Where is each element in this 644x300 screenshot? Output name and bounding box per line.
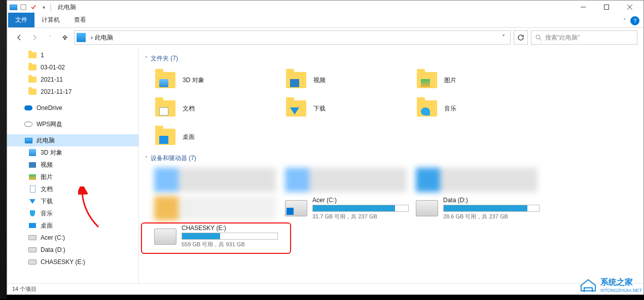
sidebar-item-drive-e[interactable]: CHASESKY (E:): [7, 256, 138, 268]
folders-group: 3D 对象视频图片文档下载音乐桌面: [143, 66, 643, 151]
section-title: 设备和驱动器: [151, 155, 187, 162]
search-icon: [535, 34, 542, 41]
drive-usage-bar: [312, 205, 409, 212]
forward-button[interactable]: [28, 31, 41, 44]
folder-tile[interactable]: 3D 对象: [152, 66, 281, 94]
folder-tile[interactable]: 桌面: [152, 123, 281, 151]
back-button[interactable]: [13, 31, 25, 44]
logo-url: XITONGZHIJIA.NET: [600, 288, 642, 293]
section-devices-header[interactable]: ˅ 设备和驱动器 (7): [143, 151, 643, 166]
folder-icon: [416, 97, 438, 120]
sidebar-item-onedrive[interactable]: OneDrive: [7, 102, 138, 114]
sidebar-item-label: 1: [41, 52, 44, 59]
drive-name: Data (D:): [443, 197, 541, 204]
drive-subtext: 559 GB 可用，共 931 GB: [182, 241, 279, 248]
sidebar-item[interactable]: 2021-11: [7, 73, 138, 86]
body-split: 1 03-01-02 2021-11 2021-11-17 OneDrive W…: [7, 47, 643, 283]
drive-subtext: 31.7 GB 可用，共 237 GB: [312, 213, 410, 220]
folder-label: 3D 对象: [183, 76, 204, 85]
address-icon: [77, 33, 86, 42]
folder-tile[interactable]: 文档: [152, 94, 281, 123]
sidebar-item-label: OneDrive: [37, 104, 62, 111]
logo-brand: 系统之家: [600, 277, 642, 288]
sidebar-item-drive-d[interactable]: Data (D:): [7, 244, 138, 256]
device-blurred[interactable]: [283, 166, 412, 194]
device-blurred[interactable]: [152, 166, 281, 194]
section-count: 7: [172, 55, 176, 62]
window-title: 此电脑: [58, 3, 76, 12]
svg-point-5: [536, 35, 540, 39]
sidebar-item[interactable]: 下载: [7, 195, 138, 207]
drive-acer[interactable]: Acer (C:) 31.7 GB 可用，共 237 GB: [283, 194, 412, 222]
drive-data[interactable]: Data (D:) 28.6 GB 可用，共 237 GB: [414, 194, 543, 222]
drive-chasesky[interactable]: CHASESKY (E:) 559 GB 可用，共 931 GB: [152, 222, 281, 250]
quick-access-toolbar: ▾: [9, 3, 48, 11]
sidebar-item-label: Acer (C:): [41, 234, 65, 241]
sidebar-item[interactable]: 文档: [7, 183, 138, 195]
content-pane[interactable]: ˅ 文件夹 (7) 3D 对象视频图片文档下载音乐桌面 ˅ 设备和驱动器 (7)…: [139, 47, 643, 283]
sidebar-item-drive-c[interactable]: Acer (C:): [7, 232, 138, 244]
drive-name: Acer (C:): [312, 197, 410, 204]
up-button[interactable]: [59, 31, 71, 44]
sidebar-item-label: 2021-11: [41, 76, 63, 83]
maximize-button[interactable]: [595, 1, 618, 14]
desktop-left-strip: [0, 0, 7, 299]
folder-tile[interactable]: 视频: [283, 66, 412, 94]
folder-icon: [416, 69, 438, 91]
sidebar-item[interactable]: 03-01-02: [7, 61, 138, 73]
search-input[interactable]: 搜索"此电脑": [531, 30, 637, 45]
minimize-button[interactable]: [571, 1, 595, 14]
qat-item[interactable]: [19, 3, 27, 11]
drive-subtext: 28.6 GB 可用，共 237 GB: [443, 213, 541, 220]
breadcrumb-location[interactable]: 此电脑: [95, 33, 113, 42]
close-button[interactable]: [618, 1, 641, 14]
section-title: 文件夹: [151, 55, 169, 62]
folder-tile[interactable]: 图片: [414, 66, 543, 94]
folder-icon: [154, 126, 176, 148]
sidebar-item-label: 图片: [41, 173, 53, 181]
help-icon[interactable]: ?: [630, 16, 639, 25]
recent-locations-button[interactable]: ˅: [44, 31, 56, 44]
folder-icon: [154, 97, 176, 120]
sidebar-item[interactable]: 桌面: [7, 219, 138, 232]
tab-view[interactable]: 查看: [67, 13, 93, 27]
folder-label: 视频: [313, 76, 326, 85]
sidebar-item-label: 03-01-02: [41, 64, 65, 71]
titlebar: ▾ | 此电脑: [7, 1, 643, 14]
refresh-button[interactable]: [514, 30, 528, 45]
sidebar-item-label: WPS网盘: [37, 120, 62, 129]
nav-pane: 1 03-01-02 2021-11 2021-11-17 OneDrive W…: [7, 47, 139, 283]
section-folders-header[interactable]: ˅ 文件夹 (7): [143, 51, 643, 66]
qat-overflow[interactable]: ▾: [40, 3, 48, 11]
app-icon: [9, 3, 17, 11]
sidebar-item[interactable]: 2021-11-17: [7, 86, 138, 98]
sidebar-item-wps[interactable]: WPS网盘: [7, 118, 138, 130]
drive-icon: [416, 200, 438, 216]
devices-group: Acer (C:) 31.7 GB 可用，共 237 GB Data (D:) …: [143, 166, 643, 250]
tab-computer[interactable]: 计算机: [34, 13, 67, 27]
chevron-down-icon: ˅: [145, 156, 148, 161]
svg-rect-2: [604, 5, 609, 10]
sidebar-item-this-pc[interactable]: 此电脑: [7, 134, 138, 146]
address-dropdown-icon[interactable]: ˅: [499, 34, 508, 41]
address-bar[interactable]: › 此电脑 ˅: [74, 30, 511, 45]
sidebar-item-label: 桌面: [41, 221, 53, 230]
sidebar-item[interactable]: 1: [7, 49, 138, 61]
device-blurred[interactable]: [414, 166, 543, 194]
folder-tile[interactable]: 下载: [283, 94, 412, 123]
sidebar-item[interactable]: 音乐: [7, 207, 138, 219]
sidebar-item[interactable]: 图片: [7, 171, 138, 183]
folder-label: 文档: [183, 104, 195, 113]
drive-icon: [154, 229, 176, 245]
folder-label: 音乐: [444, 104, 456, 113]
drive-usage-bar: [182, 233, 278, 240]
folder-tile[interactable]: 音乐: [414, 94, 543, 123]
ribbon-right: ˅ ?: [623, 16, 639, 25]
sidebar-item[interactable]: 视频: [7, 159, 138, 171]
ribbon-expand-icon[interactable]: ˅: [623, 18, 626, 24]
device-blurred[interactable]: [152, 194, 281, 222]
sidebar-item[interactable]: 3D 对象: [7, 146, 138, 159]
tab-file[interactable]: 文件: [8, 13, 34, 27]
search-placeholder: 搜索"此电脑": [545, 33, 580, 42]
qat-item[interactable]: [29, 3, 38, 11]
